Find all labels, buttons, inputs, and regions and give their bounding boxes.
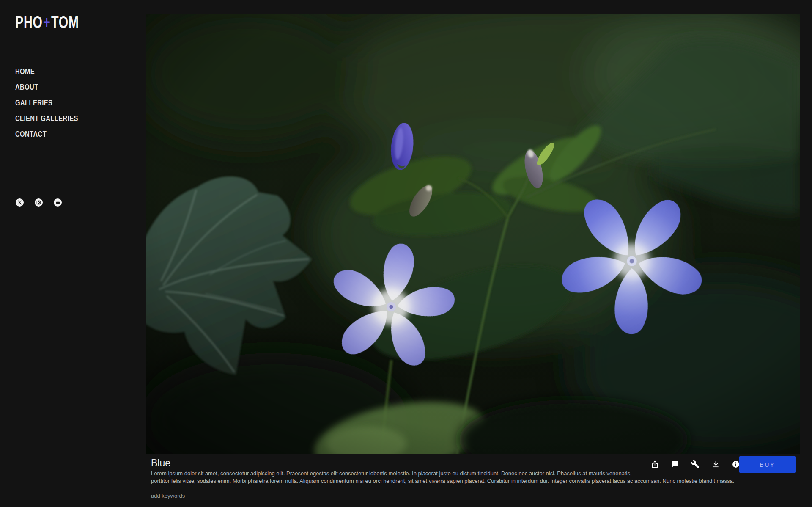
- x-icon[interactable]: [16, 198, 24, 207]
- download-icon[interactable]: [710, 459, 721, 469]
- description-line-2: porttitor felis vitae, sodales enim. Mor…: [151, 477, 734, 485]
- vignette: [146, 14, 800, 454]
- comment-icon[interactable]: [670, 459, 680, 469]
- logo-tom: TOM: [51, 13, 79, 31]
- download-glyph: [711, 460, 720, 469]
- instagram-icon[interactable]: [35, 198, 43, 207]
- share-glyph: [650, 460, 659, 469]
- photo-viewer[interactable]: [146, 14, 800, 454]
- info-glyph: [732, 460, 740, 468]
- logo-pho: PHO: [15, 13, 43, 31]
- add-keywords-link[interactable]: add keywords: [151, 493, 185, 499]
- photo-description: Lorem ipsum dolor sit amet, consectetur …: [151, 470, 734, 485]
- buy-button[interactable]: BUY: [739, 456, 796, 473]
- site-logo[interactable]: PHO+TOM: [15, 13, 79, 32]
- page: PHO+TOM HOME ABOUT GALLERIES CLIENT GALL…: [0, 0, 812, 507]
- nav-item-client-galleries[interactable]: CLIENT GALLERIES: [15, 110, 78, 126]
- x-glyph: [17, 200, 22, 205]
- nav-item-contact[interactable]: CONTACT: [15, 126, 78, 142]
- description-line-1: Lorem ipsum dolor sit amet, consectetur …: [151, 470, 734, 477]
- flickr-icon[interactable]: [54, 198, 62, 207]
- share-icon[interactable]: [650, 459, 660, 469]
- nav-item-about[interactable]: ABOUT: [15, 79, 78, 95]
- nav-item-galleries[interactable]: GALLERIES: [15, 95, 78, 110]
- comment-glyph: [671, 460, 679, 468]
- photo-title: Blue: [151, 457, 170, 469]
- logo-plus-icon: +: [43, 13, 51, 31]
- main-nav: HOME ABOUT GALLERIES CLIENT GALLERIES CO…: [15, 63, 96, 142]
- nav-item-home[interactable]: HOME: [15, 63, 78, 79]
- instagram-glyph: [36, 200, 41, 205]
- wrench-glyph: [691, 460, 700, 468]
- photo-actions: [650, 459, 741, 469]
- social-links: [16, 198, 62, 207]
- periwinkle-photo-illustration: [146, 14, 800, 454]
- tools-icon[interactable]: [690, 459, 700, 469]
- flickr-glyph: [55, 200, 60, 205]
